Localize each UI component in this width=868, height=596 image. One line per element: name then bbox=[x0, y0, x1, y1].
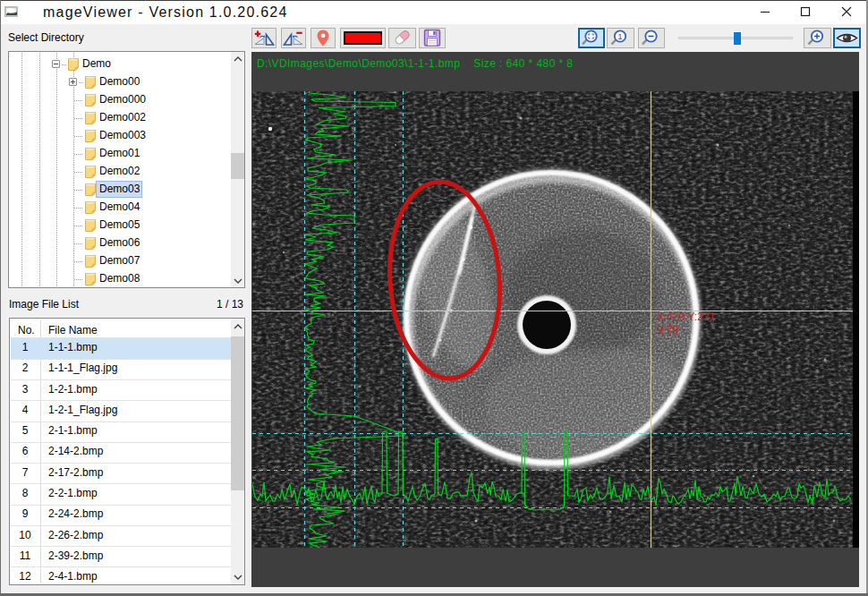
svg-text:D:\VDImages\Demo\Demo03\1-1-1.: D:\VDImages\Demo\Demo03\1-1-1.bmp Size :… bbox=[257, 57, 573, 70]
svg-text:1: 1 bbox=[617, 31, 622, 41]
svg-text:V:79: V:79 bbox=[657, 324, 679, 336]
svg-text:X:420 Y:231: X:420 Y:231 bbox=[657, 311, 716, 323]
